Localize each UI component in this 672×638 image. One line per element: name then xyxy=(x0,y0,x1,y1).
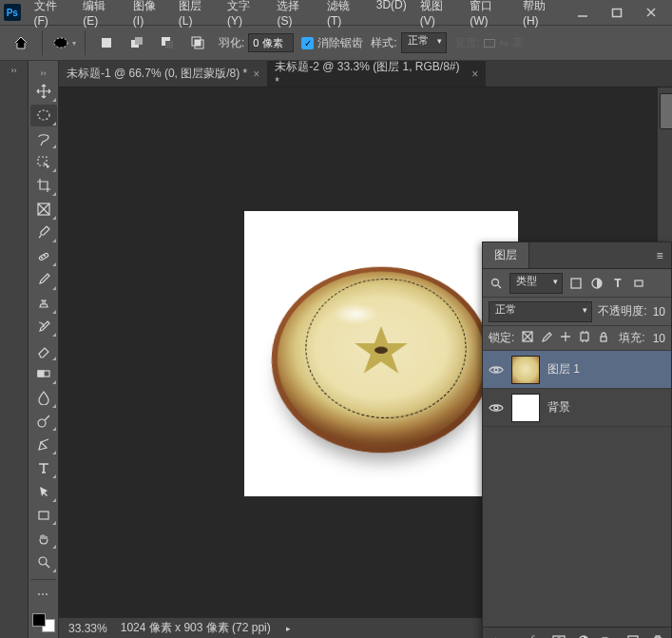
lock-all-icon[interactable] xyxy=(598,331,609,345)
svg-point-27 xyxy=(492,279,499,285)
quick-select-tool[interactable] xyxy=(30,151,57,173)
menu-3d[interactable]: 3D(D) xyxy=(371,0,413,31)
layer-item-bg[interactable]: 背景 xyxy=(483,389,671,427)
selection-add-icon[interactable] xyxy=(124,29,150,56)
style-select[interactable]: 正常 xyxy=(401,32,447,53)
filter-shape-icon[interactable] xyxy=(631,276,646,291)
layers-panel-tab[interactable]: 图层 xyxy=(483,242,529,268)
antialias-label: 消除锯齿 xyxy=(317,35,363,51)
lock-artboard-icon[interactable] xyxy=(579,331,590,345)
svg-point-20 xyxy=(44,255,45,256)
visibility-toggle-icon[interactable] xyxy=(489,400,504,416)
edit-toolbar-icon[interactable]: ⋯ xyxy=(30,584,57,606)
filter-type-icon[interactable]: T xyxy=(610,276,625,291)
menu-image[interactable]: 图像(I) xyxy=(127,0,171,31)
menu-file[interactable]: 文件(F) xyxy=(29,0,76,31)
selection-intersect-icon[interactable] xyxy=(184,29,211,56)
clone-stamp-tool[interactable] xyxy=(30,293,57,315)
lock-pixels-icon[interactable] xyxy=(522,331,533,345)
menu-window[interactable]: 窗口(W) xyxy=(464,0,515,31)
layer-item-1[interactable]: 图层 1 xyxy=(483,351,671,389)
shape-tool[interactable] xyxy=(30,505,57,527)
delete-layer-icon[interactable] xyxy=(650,633,665,639)
link-layers-icon[interactable] xyxy=(490,633,506,639)
frame-tool[interactable] xyxy=(30,199,57,221)
home-button[interactable] xyxy=(8,29,34,56)
layer-name[interactable]: 背景 xyxy=(547,399,570,416)
move-tool[interactable] xyxy=(30,81,57,103)
document-canvas[interactable] xyxy=(244,211,518,496)
filter-pixel-icon[interactable] xyxy=(568,276,584,291)
ellipse-marquee-tool[interactable] xyxy=(30,105,57,126)
fill-label: 填充: xyxy=(619,330,644,346)
menu-layer[interactable]: 图层(L) xyxy=(173,0,220,31)
eyedropper-tool[interactable] xyxy=(30,222,57,244)
window-maximize-button[interactable] xyxy=(600,0,634,25)
layer-thumbnail[interactable] xyxy=(511,394,540,422)
expand-strip-icon[interactable]: ›› xyxy=(0,61,28,80)
panel-menu-icon[interactable]: ≡ xyxy=(648,249,671,262)
opacity-value[interactable]: 10 xyxy=(653,305,665,319)
group-icon[interactable] xyxy=(601,633,616,639)
app-logo: Ps xyxy=(4,4,21,21)
status-info-menu-icon[interactable]: ▸ xyxy=(286,624,291,633)
svg-point-35 xyxy=(494,368,498,372)
menu-help[interactable]: 帮助(H) xyxy=(517,0,566,31)
path-select-tool[interactable] xyxy=(30,481,57,503)
tool-preset-ellipse[interactable]: ▾ xyxy=(50,29,77,56)
adjustment-layer-icon[interactable] xyxy=(576,633,591,639)
zoom-level[interactable]: 33.33% xyxy=(68,622,107,635)
layers-panel: 图层 ≡ 类型 T 正常 不透明度: 10 锁定: 填充: 10 xyxy=(482,242,672,638)
lock-position-icon[interactable] xyxy=(560,331,571,345)
brush-tool[interactable] xyxy=(30,269,57,291)
layer-thumbnail[interactable] xyxy=(511,356,540,384)
gradient-tool[interactable] xyxy=(30,363,57,385)
toolbar-collapse-icon[interactable]: ›› xyxy=(29,65,58,81)
blur-tool[interactable] xyxy=(30,387,57,409)
layer-filter-row: 类型 T xyxy=(483,269,671,298)
menu-select[interactable]: 选择(S) xyxy=(271,0,318,31)
dodge-tool[interactable] xyxy=(30,411,57,433)
main-menu: 文件(F) 编辑(E) 图像(I) 图层(L) 文字(Y) 选择(S) 滤镜(T… xyxy=(29,0,566,31)
heal-tool[interactable] xyxy=(30,245,57,267)
close-icon[interactable]: × xyxy=(253,68,259,81)
document-tab-2[interactable]: 未标题-2 @ 33.3% (图层 1, RGB/8#) * × xyxy=(267,61,486,87)
svg-point-13 xyxy=(38,110,49,120)
document-info[interactable]: 1024 像素 x 903 像素 (72 ppi) xyxy=(121,620,271,636)
pen-tool[interactable] xyxy=(30,434,57,455)
filter-adjust-icon[interactable] xyxy=(589,276,605,291)
lasso-tool[interactable] xyxy=(30,128,57,150)
foreground-background-colors[interactable] xyxy=(30,611,57,635)
layer-style-icon[interactable]: fx xyxy=(527,633,542,639)
hand-tool[interactable] xyxy=(30,528,57,550)
selection-subtract-icon[interactable] xyxy=(154,29,181,56)
menu-view[interactable]: 视图(V) xyxy=(414,0,462,31)
type-tool[interactable] xyxy=(30,457,57,479)
zoom-tool[interactable] xyxy=(30,551,57,573)
window-minimize-button[interactable] xyxy=(566,0,600,25)
eraser-tool[interactable] xyxy=(30,339,57,361)
filter-kind-select[interactable]: 类型 xyxy=(509,273,563,294)
blend-mode-select[interactable]: 正常 xyxy=(489,301,592,322)
visibility-toggle-icon[interactable] xyxy=(489,362,504,377)
menu-type[interactable]: 文字(Y) xyxy=(221,0,269,31)
antialias-checkbox[interactable]: ✓ xyxy=(301,37,314,49)
close-icon[interactable]: × xyxy=(471,68,478,81)
scrollbar-thumb[interactable] xyxy=(660,93,672,129)
document-tab-1[interactable]: 未标题-1 @ 66.7% (0, 图层蒙版/8) * × xyxy=(59,61,267,87)
layer-mask-icon[interactable] xyxy=(551,633,566,639)
window-close-button[interactable] xyxy=(634,0,668,25)
foreground-color-swatch[interactable] xyxy=(32,613,46,627)
search-icon[interactable] xyxy=(489,276,504,291)
crop-tool[interactable] xyxy=(30,175,57,197)
history-brush-tool[interactable] xyxy=(30,317,57,338)
feather-input[interactable] xyxy=(248,33,294,52)
collapsed-panel-strip[interactable]: ›› xyxy=(0,61,29,638)
menu-edit[interactable]: 编辑(E) xyxy=(77,0,125,31)
fill-value[interactable]: 10 xyxy=(653,332,665,345)
new-layer-icon[interactable] xyxy=(625,633,641,639)
layer-name[interactable]: 图层 1 xyxy=(547,361,580,377)
lock-brush-icon[interactable] xyxy=(541,331,552,345)
selection-new-icon[interactable] xyxy=(93,29,120,56)
menu-filter[interactable]: 滤镜(T) xyxy=(321,0,369,31)
